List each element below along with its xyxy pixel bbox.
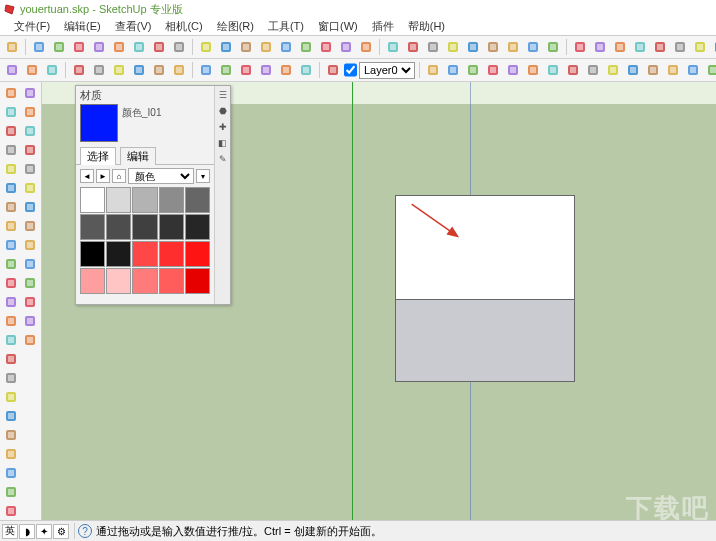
palette-swatch[interactable]: [106, 241, 131, 267]
text-tool[interactable]: [2, 426, 20, 444]
polygon-button[interactable]: [150, 38, 168, 56]
tape-tool[interactable]: [2, 369, 20, 387]
plugin7-button[interactable]: [664, 61, 682, 79]
palette-swatch[interactable]: [106, 187, 131, 213]
plugin-b-tool[interactable]: [21, 293, 39, 311]
plugin2-button[interactable]: [564, 61, 582, 79]
zoom-extents-tool[interactable]: [21, 141, 39, 159]
open-button[interactable]: [23, 61, 41, 79]
arc-button[interactable]: [90, 38, 108, 56]
freehand-button[interactable]: [130, 38, 148, 56]
hidden-button[interactable]: [217, 61, 235, 79]
pushpull-button[interactable]: [170, 38, 188, 56]
line-button[interactable]: [110, 38, 128, 56]
palette-swatch[interactable]: [159, 268, 184, 294]
paste-button[interactable]: [110, 61, 128, 79]
zoom-tool[interactable]: [21, 103, 39, 121]
pan-tool[interactable]: [21, 84, 39, 102]
palette-swatch[interactable]: [159, 241, 184, 267]
palette-swatch[interactable]: [185, 214, 210, 240]
palette-swatch[interactable]: [80, 214, 105, 240]
palette-swatch[interactable]: [132, 241, 157, 267]
ime-gear-icon[interactable]: ⚙: [53, 524, 69, 539]
layer-select[interactable]: Layer0: [359, 62, 415, 79]
nav-more-icon[interactable]: ▾: [196, 169, 210, 183]
xray-button[interactable]: [691, 38, 709, 56]
3dtext-tool[interactable]: [2, 464, 20, 482]
position-tool[interactable]: [21, 179, 39, 197]
palette-swatch[interactable]: [185, 268, 210, 294]
section-button[interactable]: [404, 38, 422, 56]
palette-swatch[interactable]: [185, 187, 210, 213]
circle-tool[interactable]: [2, 179, 20, 197]
move-button[interactable]: [197, 38, 215, 56]
back-button[interactable]: [504, 61, 522, 79]
sandbox-button[interactable]: [444, 38, 462, 56]
walk-tool[interactable]: [21, 217, 39, 235]
select-button[interactable]: [3, 38, 21, 56]
palette-swatch[interactable]: [132, 214, 157, 240]
ime-moon-icon[interactable]: ◗: [19, 524, 35, 539]
line-tool[interactable]: [2, 160, 20, 178]
tab-edit[interactable]: 编辑: [120, 147, 156, 165]
zoom-window-tool[interactable]: [21, 122, 39, 140]
mono-button[interactable]: [277, 61, 295, 79]
follow-tool[interactable]: [2, 312, 20, 330]
ime-star-icon[interactable]: ✦: [36, 524, 52, 539]
plugin4-button[interactable]: [604, 61, 622, 79]
eraser-button[interactable]: [30, 38, 48, 56]
sandbox1-tool[interactable]: [21, 236, 39, 254]
plugin-a-tool[interactable]: [21, 274, 39, 292]
material-library-dropdown[interactable]: 颜色: [128, 168, 194, 184]
offset-tool[interactable]: [2, 350, 20, 368]
wire-button[interactable]: [197, 61, 215, 79]
styles-button[interactable]: [711, 38, 716, 56]
menu-draw[interactable]: 绘图(R): [211, 18, 260, 35]
freehand-tool[interactable]: [2, 236, 20, 254]
offset-button[interactable]: [257, 38, 275, 56]
select-tool[interactable]: [2, 84, 20, 102]
palette-swatch[interactable]: [80, 268, 105, 294]
print-button[interactable]: [170, 61, 188, 79]
previous-tool[interactable]: [21, 160, 39, 178]
scale-button[interactable]: [237, 38, 255, 56]
text-button[interactable]: [337, 38, 355, 56]
nav-home-icon[interactable]: ⌂: [112, 169, 126, 183]
paint-tool[interactable]: [2, 103, 20, 121]
face-button[interactable]: [297, 61, 315, 79]
copy-button[interactable]: [90, 61, 108, 79]
zoom-extents-button[interactable]: [544, 38, 562, 56]
layer-toggle-button[interactable]: [324, 61, 342, 79]
plugin-d-tool[interactable]: [21, 331, 39, 349]
dimension-button[interactable]: [424, 38, 442, 56]
nav-back-icon[interactable]: ◄: [80, 169, 94, 183]
tape-button[interactable]: [277, 38, 295, 56]
paint-button[interactable]: [317, 38, 335, 56]
pan-button[interactable]: [504, 38, 522, 56]
position-camera-button[interactable]: [611, 38, 629, 56]
pushpull-tool[interactable]: [2, 255, 20, 273]
undo-button[interactable]: [130, 61, 148, 79]
menu-help[interactable]: 帮助(H): [402, 18, 451, 35]
previous-button[interactable]: [571, 38, 589, 56]
plugin1-button[interactable]: [544, 61, 562, 79]
menu-plugins[interactable]: 插件: [366, 18, 400, 35]
zoom-button[interactable]: [524, 38, 542, 56]
eraser-tool[interactable]: [2, 122, 20, 140]
scale-tool[interactable]: [2, 331, 20, 349]
rotate-button[interactable]: [217, 38, 235, 56]
tab-select[interactable]: 选择: [80, 147, 116, 165]
palette-swatch[interactable]: [80, 241, 105, 267]
palette-swatch[interactable]: [159, 214, 184, 240]
shaded-button[interactable]: [237, 61, 255, 79]
palette-swatch[interactable]: [132, 187, 157, 213]
ime-lang-button[interactable]: 英: [2, 524, 18, 539]
orbit-tool[interactable]: [2, 502, 20, 520]
move-tool[interactable]: [2, 274, 20, 292]
circle-button[interactable]: [70, 38, 88, 56]
cut-button[interactable]: [70, 61, 88, 79]
save-button[interactable]: [43, 61, 61, 79]
axes-tool[interactable]: [2, 445, 20, 463]
model-face-bottom[interactable]: [395, 300, 575, 382]
mat-list-icon[interactable]: ☰: [217, 89, 229, 101]
